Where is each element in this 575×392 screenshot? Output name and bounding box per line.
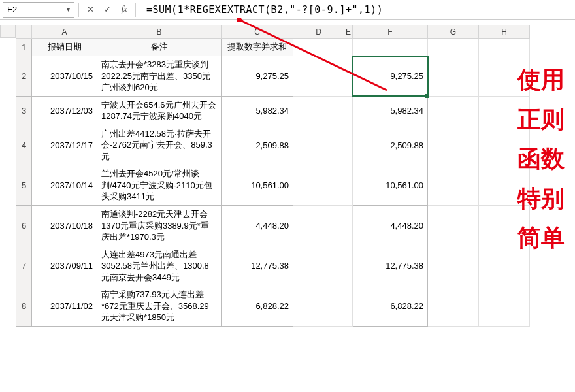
formula-buttons: ✕ ✓ fx (83, 3, 131, 17)
cell-note[interactable]: 南京去开会*3283元重庆谈判2022.25元南宁出差、3350元广州谈判620… (97, 56, 222, 97)
cell-result[interactable]: 2,509.88 (353, 125, 428, 165)
cell[interactable] (428, 125, 479, 165)
cell[interactable] (293, 125, 344, 165)
cell[interactable] (353, 39, 428, 56)
cell[interactable] (293, 39, 344, 56)
cell-sum[interactable]: 10,561.00 (222, 165, 293, 206)
chevron-down-icon[interactable]: ▾ (67, 6, 70, 13)
cell[interactable] (344, 286, 353, 327)
column-header-row: A B C D E F G H (16, 25, 530, 39)
cell[interactable] (293, 206, 344, 246)
cell[interactable] (428, 246, 479, 286)
table-row: 22037/10/15南京去开会*3283元重庆谈判2022.25元南宁出差、3… (16, 56, 530, 97)
cell[interactable] (479, 206, 530, 246)
col-header[interactable]: F (353, 25, 428, 39)
cell-result[interactable]: 10,561.00 (353, 165, 428, 206)
cell-note[interactable]: 南通谈判-2282元天津去开会1370元重庆采购3389.9元*重庆出差*197… (97, 206, 222, 246)
cell-sum[interactable]: 6,828.22 (222, 286, 293, 327)
cell[interactable] (428, 286, 479, 327)
formula-bar: F2 ▾ ✕ ✓ fx =SUM(1*REGEXEXTRACT(B2,"-?[0… (0, 0, 575, 20)
name-box-text: F2 (7, 5, 17, 14)
row-header[interactable]: 1 (16, 39, 32, 56)
cell[interactable] (293, 96, 344, 125)
cell-sum[interactable]: 9,275.25 (222, 56, 293, 97)
cell[interactable] (428, 56, 479, 97)
cell[interactable] (293, 165, 344, 206)
spreadsheet-grid: A B C D E F G H 1 报销日期 备注 提取数字并求和 22037/… (0, 25, 575, 327)
row-header[interactable]: 7 (16, 246, 32, 286)
cell-date[interactable]: 2037/10/14 (32, 165, 97, 206)
cell-note[interactable]: 南宁采购737.93元大连出差*672元重庆去开会、3568.29元天津采购*1… (97, 286, 222, 327)
header-cell[interactable]: 提取数字并求和 (222, 39, 293, 56)
cell-note[interactable]: 广州出差4412.58元·拉萨去开会-2762元南宁去开会、859.3元 (97, 125, 222, 165)
cell[interactable] (479, 56, 530, 97)
grid-table: A B C D E F G H 1 报销日期 备注 提取数字并求和 22037/… (16, 25, 530, 327)
cell-date[interactable]: 2037/11/02 (32, 286, 97, 327)
cell[interactable] (344, 56, 353, 97)
row-header[interactable]: 4 (16, 125, 32, 165)
row-header-spacer (16, 25, 32, 39)
cell-sum[interactable]: 5,982.34 (222, 96, 293, 125)
cell[interactable] (428, 206, 479, 246)
cell[interactable] (479, 286, 530, 327)
cell-result[interactable]: 6,828.22 (353, 286, 428, 327)
cell-result[interactable]: 9,275.25 (353, 56, 428, 97)
row-header[interactable]: 2 (16, 56, 32, 97)
col-header[interactable]: G (428, 25, 479, 39)
cell-sum[interactable]: 4,448.20 (222, 206, 293, 246)
cancel-formula-button[interactable]: ✕ (83, 3, 97, 17)
cell[interactable] (428, 39, 479, 56)
table-row: 32037/12/03宁波去开会654.6元广州去开会1287.74元宁波采购4… (16, 96, 530, 125)
name-box[interactable]: F2 ▾ (3, 2, 74, 18)
formula-input[interactable]: =SUM(1*REGEXEXTRACT(B2,"-?[0-9.]+",1)) (140, 4, 575, 16)
table-row: 52037/10/14兰州去开会4520元/常州谈判/4740元宁波采购-211… (16, 165, 530, 206)
header-cell[interactable]: 备注 (97, 39, 222, 56)
cell[interactable] (479, 96, 530, 125)
col-header[interactable]: E (344, 25, 353, 39)
cell-note[interactable]: 大连出差4973元南通出差3052.58元兰州出差、1300.8元南京去开会34… (97, 246, 222, 286)
row-header[interactable]: 8 (16, 286, 32, 327)
col-header[interactable]: D (293, 25, 344, 39)
cell[interactable] (479, 246, 530, 286)
cell[interactable] (428, 165, 479, 206)
table-row: 62037/10/18南通谈判-2282元天津去开会1370元重庆采购3389.… (16, 206, 530, 246)
cell-date[interactable]: 2037/10/18 (32, 206, 97, 246)
cell[interactable] (479, 125, 530, 165)
cell[interactable] (479, 165, 530, 206)
row-header[interactable]: 6 (16, 206, 32, 246)
cell-date[interactable]: 2037/09/11 (32, 246, 97, 286)
fx-icon[interactable]: fx (117, 3, 131, 17)
cell[interactable] (344, 246, 353, 286)
header-cell[interactable]: 报销日期 (32, 39, 97, 56)
cell[interactable] (293, 56, 344, 97)
col-header[interactable]: A (32, 25, 97, 39)
divider (78, 3, 79, 17)
cell-result[interactable]: 5,982.34 (353, 96, 428, 125)
cell-note[interactable]: 宁波去开会654.6元广州去开会1287.74元宁波采购4040元 (97, 96, 222, 125)
cell-date[interactable]: 2037/10/15 (32, 56, 97, 97)
cell-sum[interactable]: 12,775.38 (222, 246, 293, 286)
select-all-corner[interactable] (0, 25, 16, 38)
cell[interactable] (344, 206, 353, 246)
cell-result[interactable]: 12,775.38 (353, 246, 428, 286)
cell[interactable] (479, 39, 530, 56)
accept-formula-button[interactable]: ✓ (100, 3, 114, 17)
cell[interactable] (293, 246, 344, 286)
cell-result[interactable]: 4,448.20 (353, 206, 428, 246)
cell-note[interactable]: 兰州去开会4520元/常州谈判/4740元宁波采购-2110元包头采购3411元 (97, 165, 222, 206)
col-header[interactable]: H (479, 25, 530, 39)
cell[interactable] (344, 39, 353, 56)
col-header[interactable]: C (222, 25, 293, 39)
col-header[interactable]: B (97, 25, 222, 39)
cell-date[interactable]: 2037/12/03 (32, 96, 97, 125)
cell-date[interactable]: 2037/12/17 (32, 125, 97, 165)
row-header[interactable]: 5 (16, 165, 32, 206)
cell[interactable] (344, 125, 353, 165)
cell[interactable] (428, 96, 479, 125)
cell[interactable] (293, 286, 344, 327)
row-header[interactable]: 3 (16, 96, 32, 125)
cell-sum[interactable]: 2,509.88 (222, 125, 293, 165)
cell[interactable] (344, 96, 353, 125)
cell[interactable] (344, 165, 353, 206)
table-row: 72037/09/11大连出差4973元南通出差3052.58元兰州出差、130… (16, 246, 530, 286)
